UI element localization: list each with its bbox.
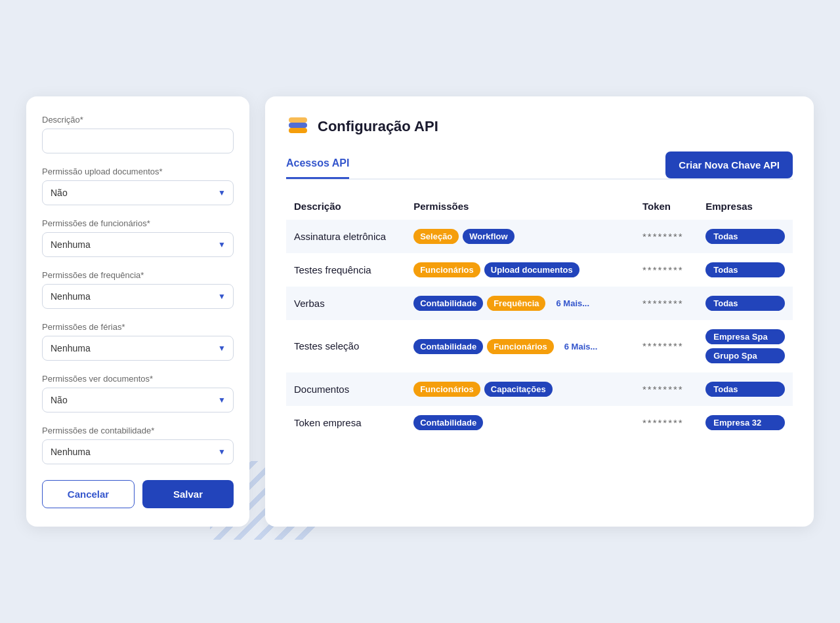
company-badge-grupo-spa: Grupo Spa [705,348,785,363]
create-api-key-button[interactable]: Criar Nova Chave API [665,151,793,178]
cancel-button[interactable]: Cancelar [42,480,135,508]
label-permissoes_contabilidade: Permissões de contabilidade* [42,426,234,435]
select-permissoes_ver_docs[interactable]: NãoSim [42,388,234,412]
form-group-permissoes_funcionarios: Permissões de funcionários*NenhumaLeitur… [42,218,234,257]
cell-companies: Todas [698,253,793,287]
form-group-permissao_upload: Permissão upload documentos*NãoSim▼ [42,167,234,205]
token-value: ******** [642,264,684,275]
label-permissao_upload: Permissão upload documentos* [42,167,234,176]
cell-permissions: FuncionáriosCapacitações [406,372,635,406]
badge-funcionários: Funcionários [413,382,480,397]
cell-permissions: ContabilidadeFuncionários6 Mais... [406,320,635,372]
select-permissoes_frequencia[interactable]: NenhumaLeituraEscrita [42,284,234,309]
table-row: Testes seleçãoContabilidadeFuncionários6… [286,320,793,372]
badges-container: ContabilidadeFrequência6 Mais... [413,296,627,311]
select-permissoes_funcionarios[interactable]: NenhumaLeituraEscrita [42,232,234,257]
description-text: Testes seleção [294,340,359,352]
cell-companies: Todas [698,287,793,320]
companies-container: Todas [705,382,785,397]
cell-token: ******** [635,220,698,253]
cell-token: ******** [635,406,698,439]
badge-workflow: Workflow [463,229,514,244]
tab-acessos-api[interactable]: Acessos API [286,152,349,179]
tab-row: Acessos API Criar Nova Chave API [286,151,793,180]
table-row: Token empresaContabilidade********Empres… [286,406,793,439]
input-descricao[interactable] [42,129,234,153]
api-table: DescriçãoPermissõesTokenEmpresas Assinat… [286,195,793,439]
table-row: Assinatura eletrônicaSeleçãoWorkflow****… [286,220,793,253]
badges-container: FuncionáriosCapacitações [413,382,627,397]
description-text: Documentos [294,384,349,395]
description-text: Assinatura eletrônica [294,231,386,242]
badge-contabilidade: Contabilidade [413,415,483,430]
select-wrapper-permissoes_ver_docs: NãoSim▼ [42,388,234,412]
cell-token: ******** [635,372,698,406]
select-permissoes_ferias[interactable]: NenhumaLeituraEscrita [42,336,234,361]
label-descricao: Descrição* [42,115,234,125]
cell-companies: Empresa SpaGrupo Spa [698,320,793,372]
badge-6-mais...[interactable]: 6 Mais... [558,339,604,354]
form-group-descricao: Descrição* [42,115,234,153]
table-row: VerbasContabilidadeFrequência6 Mais...**… [286,287,793,320]
form-group-permissoes_contabilidade: Permissões de contabilidade*NenhumaLeitu… [42,426,234,464]
companies-container: Empresa SpaGrupo Spa [705,329,785,363]
company-badge-todas: Todas [705,262,785,277]
page-container: Descrição*Permissão upload documentos*Nã… [26,96,814,527]
badge-contabilidade: Contabilidade [413,339,483,354]
select-permissoes_contabilidade[interactable]: NenhumaLeituraEscrita [42,439,234,464]
table-body: Assinatura eletrônicaSeleçãoWorkflow****… [286,220,793,439]
select-wrapper-permissao_upload: NãoSim▼ [42,180,234,205]
badge-6-mais...[interactable]: 6 Mais... [549,296,596,311]
save-button[interactable]: Salvar [142,480,234,508]
companies-container: Todas [705,262,785,277]
token-value: ******** [642,384,684,395]
company-badge-empresa-32: Empresa 32 [705,415,785,430]
company-badge-empresa-spa: Empresa Spa [705,329,785,344]
cell-token: ******** [635,287,698,320]
select-wrapper-permissoes_ferias: NenhumaLeituraEscrita▼ [42,336,234,361]
cell-description: Assinatura eletrônica [286,220,406,253]
description-text: Token empresa [294,417,362,428]
logo-icon [286,115,310,138]
select-permissao_upload[interactable]: NãoSim [42,180,234,205]
cell-description: Documentos [286,372,406,406]
cell-permissions: SeleçãoWorkflow [406,220,635,253]
panel-header: Configuração API [286,115,793,138]
cell-permissions: Contabilidade [406,406,635,439]
th-permissões: Permissões [406,195,635,220]
th-empresas: Empresas [698,195,793,220]
badge-frequência: Frequência [487,296,545,311]
label-permissoes_frequencia: Permissões de frequência* [42,270,234,280]
cell-permissions: ContabilidadeFrequência6 Mais... [406,287,635,320]
description-text: Testes frequência [294,264,371,275]
form-group-permissoes_frequencia: Permissões de frequência*NenhumaLeituraE… [42,270,234,309]
companies-container: Todas [705,229,785,244]
cell-description: Testes frequência [286,253,406,287]
button-row: Cancelar Salvar [42,480,234,508]
select-wrapper-permissoes_frequencia: NenhumaLeituraEscrita▼ [42,284,234,309]
badges-container: Contabilidade [413,415,627,430]
cell-companies: Todas [698,220,793,253]
svg-rect-3 [289,117,307,123]
table-row: DocumentosFuncionáriosCapacitações******… [286,372,793,406]
badge-contabilidade: Contabilidade [413,296,483,311]
company-badge-todas: Todas [705,296,785,311]
panel-title: Configuração API [318,118,438,135]
cell-token: ******** [635,320,698,372]
token-value: ******** [642,231,684,242]
company-badge-todas: Todas [705,382,785,397]
badges-container: SeleçãoWorkflow [413,229,627,244]
svg-rect-1 [289,128,307,133]
badge-funcionários: Funcionários [487,339,554,354]
badge-funcionários: Funcionários [413,262,480,277]
label-permissoes_ver_docs: Permissões ver documentos* [42,374,234,384]
token-value: ******** [642,298,684,309]
table-row: Testes frequênciaFuncionáriosUpload docu… [286,253,793,287]
company-badge-todas: Todas [705,229,785,244]
label-permissoes_ferias: Permissões de férias* [42,322,234,332]
badge-capacitações: Capacitações [484,382,553,397]
right-panel: Configuração API Acessos API Criar Nova … [265,96,814,527]
th-descrição: Descrição [286,195,406,220]
badges-container: ContabilidadeFuncionários6 Mais... [413,339,627,354]
cell-description: Verbas [286,287,406,320]
